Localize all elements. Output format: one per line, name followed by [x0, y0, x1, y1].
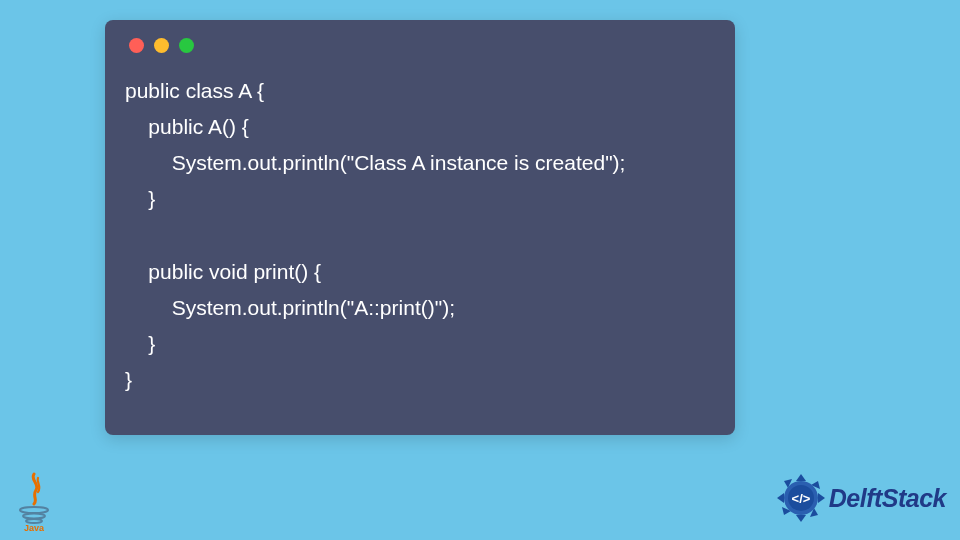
- code-line: public class A {: [125, 79, 264, 102]
- code-line: System.out.println("A::print()");: [125, 296, 455, 319]
- code-line: }: [125, 332, 155, 355]
- code-line: }: [125, 187, 155, 210]
- java-logo-text: Java: [24, 523, 45, 532]
- delftstack-brand: </> DelftStack: [773, 470, 946, 526]
- close-icon: [129, 38, 144, 53]
- delftstack-logo-icon: </>: [773, 470, 829, 526]
- svg-text:</>: </>: [791, 491, 810, 506]
- code-line: public A() {: [125, 115, 249, 138]
- svg-point-0: [20, 507, 48, 513]
- java-logo-icon: Java: [12, 472, 56, 532]
- code-line: }: [125, 368, 132, 391]
- code-line: System.out.println("Class A instance is …: [125, 151, 625, 174]
- window-traffic-lights: [125, 38, 715, 53]
- code-line: public void print() {: [125, 260, 321, 283]
- minimize-icon: [154, 38, 169, 53]
- svg-point-1: [23, 514, 45, 519]
- delftstack-brand-text: DelftStack: [829, 484, 946, 513]
- code-window: public class A { public A() { System.out…: [105, 20, 735, 435]
- maximize-icon: [179, 38, 194, 53]
- code-block: public class A { public A() { System.out…: [125, 73, 715, 398]
